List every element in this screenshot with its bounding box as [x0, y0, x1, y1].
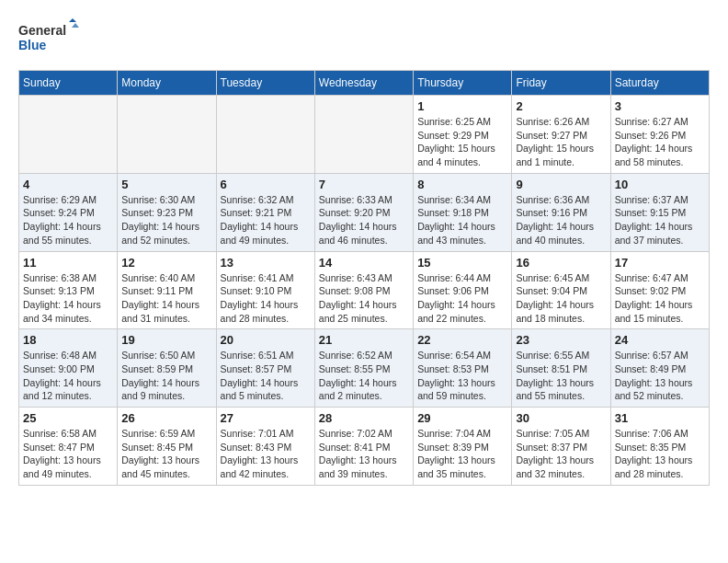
day-info: Sunrise: 7:04 AM Sunset: 8:39 PM Dayligh… — [417, 427, 507, 481]
day-number: 17 — [615, 256, 705, 270]
day-number: 20 — [221, 333, 311, 347]
day-cell: 12Sunrise: 6:40 AM Sunset: 9:11 PM Dayli… — [118, 251, 216, 329]
day-cell: 27Sunrise: 7:01 AM Sunset: 8:43 PM Dayli… — [216, 408, 314, 486]
page-header: General Blue — [18, 18, 710, 55]
day-info: Sunrise: 6:40 AM Sunset: 9:11 PM Dayligh… — [121, 271, 211, 326]
day-number: 26 — [121, 411, 211, 425]
day-cell: 8Sunrise: 6:34 AM Sunset: 9:18 PM Daylig… — [414, 173, 512, 251]
day-number: 19 — [121, 333, 211, 347]
day-info: Sunrise: 6:47 AM Sunset: 9:02 PM Dayligh… — [615, 271, 705, 326]
week-row-3: 11Sunrise: 6:38 AM Sunset: 9:13 PM Dayli… — [19, 251, 710, 329]
day-number: 1 — [417, 99, 507, 113]
day-info: Sunrise: 6:52 AM Sunset: 8:55 PM Dayligh… — [319, 349, 409, 403]
day-info: Sunrise: 6:59 AM Sunset: 8:45 PM Dayligh… — [121, 427, 211, 481]
day-cell: 17Sunrise: 6:47 AM Sunset: 9:02 PM Dayli… — [610, 251, 709, 329]
day-info: Sunrise: 6:45 AM Sunset: 9:04 PM Dayligh… — [516, 271, 606, 326]
day-info: Sunrise: 6:34 AM Sunset: 9:18 PM Dayligh… — [417, 193, 507, 247]
day-number: 31 — [615, 411, 705, 425]
day-cell: 29Sunrise: 7:04 AM Sunset: 8:39 PM Dayli… — [414, 408, 512, 486]
svg-text:General: General — [18, 23, 66, 38]
day-number: 21 — [319, 333, 409, 347]
day-cell: 5Sunrise: 6:30 AM Sunset: 9:23 PM Daylig… — [118, 173, 216, 251]
day-cell: 1Sunrise: 6:25 AM Sunset: 9:29 PM Daylig… — [414, 96, 512, 174]
day-cell: 3Sunrise: 6:27 AM Sunset: 9:26 PM Daylig… — [610, 96, 709, 174]
day-cell: 13Sunrise: 6:41 AM Sunset: 9:10 PM Dayli… — [216, 251, 314, 329]
day-number: 13 — [221, 256, 311, 270]
day-cell: 10Sunrise: 6:37 AM Sunset: 9:15 PM Dayli… — [610, 173, 709, 251]
weekday-header-thursday: Thursday — [414, 71, 512, 96]
weekday-header-tuesday: Tuesday — [216, 71, 314, 96]
day-number: 23 — [516, 333, 606, 347]
day-cell: 21Sunrise: 6:52 AM Sunset: 8:55 PM Dayli… — [314, 329, 413, 408]
day-cell: 2Sunrise: 6:26 AM Sunset: 9:27 PM Daylig… — [512, 96, 610, 174]
weekday-header-monday: Monday — [118, 71, 216, 96]
day-cell — [314, 96, 413, 174]
day-info: Sunrise: 6:27 AM Sunset: 9:26 PM Dayligh… — [615, 115, 705, 169]
day-number: 10 — [615, 178, 705, 191]
day-info: Sunrise: 6:33 AM Sunset: 9:20 PM Dayligh… — [319, 193, 409, 247]
week-row-1: 1Sunrise: 6:25 AM Sunset: 9:29 PM Daylig… — [19, 96, 710, 174]
day-info: Sunrise: 6:55 AM Sunset: 8:51 PM Dayligh… — [516, 349, 606, 403]
day-cell — [19, 96, 118, 174]
day-number: 22 — [417, 333, 507, 347]
day-info: Sunrise: 6:51 AM Sunset: 8:57 PM Dayligh… — [221, 349, 311, 403]
day-cell: 15Sunrise: 6:44 AM Sunset: 9:06 PM Dayli… — [414, 251, 512, 329]
day-cell: 18Sunrise: 6:48 AM Sunset: 9:00 PM Dayli… — [19, 329, 118, 408]
day-cell: 24Sunrise: 6:57 AM Sunset: 8:49 PM Dayli… — [610, 329, 709, 408]
day-cell: 31Sunrise: 7:06 AM Sunset: 8:35 PM Dayli… — [610, 408, 709, 486]
day-cell: 4Sunrise: 6:29 AM Sunset: 9:24 PM Daylig… — [19, 173, 118, 251]
day-cell: 6Sunrise: 6:32 AM Sunset: 9:21 PM Daylig… — [216, 173, 314, 251]
svg-marker-3 — [72, 23, 79, 28]
svg-marker-2 — [69, 18, 76, 22]
day-number: 11 — [23, 256, 113, 270]
day-number: 7 — [319, 178, 409, 191]
day-info: Sunrise: 7:05 AM Sunset: 8:37 PM Dayligh… — [516, 427, 606, 481]
day-number: 25 — [23, 411, 113, 425]
day-info: Sunrise: 7:06 AM Sunset: 8:35 PM Dayligh… — [615, 427, 705, 481]
day-number: 27 — [221, 411, 311, 425]
day-info: Sunrise: 6:41 AM Sunset: 9:10 PM Dayligh… — [221, 271, 311, 326]
day-cell: 9Sunrise: 6:36 AM Sunset: 9:16 PM Daylig… — [512, 173, 610, 251]
day-info: Sunrise: 6:36 AM Sunset: 9:16 PM Dayligh… — [516, 193, 606, 247]
day-info: Sunrise: 6:58 AM Sunset: 8:47 PM Dayligh… — [23, 427, 113, 481]
svg-text:Blue: Blue — [18, 38, 47, 52]
logo-svg: General Blue — [18, 18, 83, 55]
day-info: Sunrise: 7:01 AM Sunset: 8:43 PM Dayligh… — [221, 427, 311, 481]
day-number: 15 — [417, 256, 507, 270]
day-number: 5 — [121, 178, 211, 191]
day-info: Sunrise: 6:48 AM Sunset: 9:00 PM Dayligh… — [23, 349, 113, 403]
day-number: 24 — [615, 333, 705, 347]
day-info: Sunrise: 7:02 AM Sunset: 8:41 PM Dayligh… — [319, 427, 409, 481]
day-number: 30 — [516, 411, 606, 425]
weekday-header-row: SundayMondayTuesdayWednesdayThursdayFrid… — [19, 71, 710, 96]
week-row-2: 4Sunrise: 6:29 AM Sunset: 9:24 PM Daylig… — [19, 173, 710, 251]
day-cell — [118, 96, 216, 174]
day-cell: 30Sunrise: 7:05 AM Sunset: 8:37 PM Dayli… — [512, 408, 610, 486]
day-number: 4 — [23, 178, 113, 191]
day-info: Sunrise: 6:44 AM Sunset: 9:06 PM Dayligh… — [417, 271, 507, 326]
calendar-table: SundayMondayTuesdayWednesdayThursdayFrid… — [18, 70, 710, 486]
day-number: 18 — [23, 333, 113, 347]
day-cell: 7Sunrise: 6:33 AM Sunset: 9:20 PM Daylig… — [314, 173, 413, 251]
weekday-header-sunday: Sunday — [19, 71, 118, 96]
day-cell: 22Sunrise: 6:54 AM Sunset: 8:53 PM Dayli… — [414, 329, 512, 408]
day-number: 16 — [516, 256, 606, 270]
day-cell: 19Sunrise: 6:50 AM Sunset: 8:59 PM Dayli… — [118, 329, 216, 408]
day-number: 3 — [615, 99, 705, 113]
day-info: Sunrise: 6:50 AM Sunset: 8:59 PM Dayligh… — [121, 349, 211, 403]
weekday-header-wednesday: Wednesday — [314, 71, 413, 96]
day-info: Sunrise: 6:57 AM Sunset: 8:49 PM Dayligh… — [615, 349, 705, 403]
day-number: 28 — [319, 411, 409, 425]
day-number: 12 — [121, 256, 211, 270]
day-cell: 25Sunrise: 6:58 AM Sunset: 8:47 PM Dayli… — [19, 408, 118, 486]
day-number: 9 — [516, 178, 606, 191]
day-info: Sunrise: 6:37 AM Sunset: 9:15 PM Dayligh… — [615, 193, 705, 247]
day-info: Sunrise: 6:38 AM Sunset: 9:13 PM Dayligh… — [23, 271, 113, 326]
logo: General Blue — [18, 18, 83, 55]
day-cell: 11Sunrise: 6:38 AM Sunset: 9:13 PM Dayli… — [19, 251, 118, 329]
day-info: Sunrise: 6:30 AM Sunset: 9:23 PM Dayligh… — [121, 193, 211, 247]
day-info: Sunrise: 6:26 AM Sunset: 9:27 PM Dayligh… — [516, 115, 606, 169]
day-info: Sunrise: 6:54 AM Sunset: 8:53 PM Dayligh… — [417, 349, 507, 403]
day-number: 6 — [221, 178, 311, 191]
day-info: Sunrise: 6:32 AM Sunset: 9:21 PM Dayligh… — [221, 193, 311, 247]
